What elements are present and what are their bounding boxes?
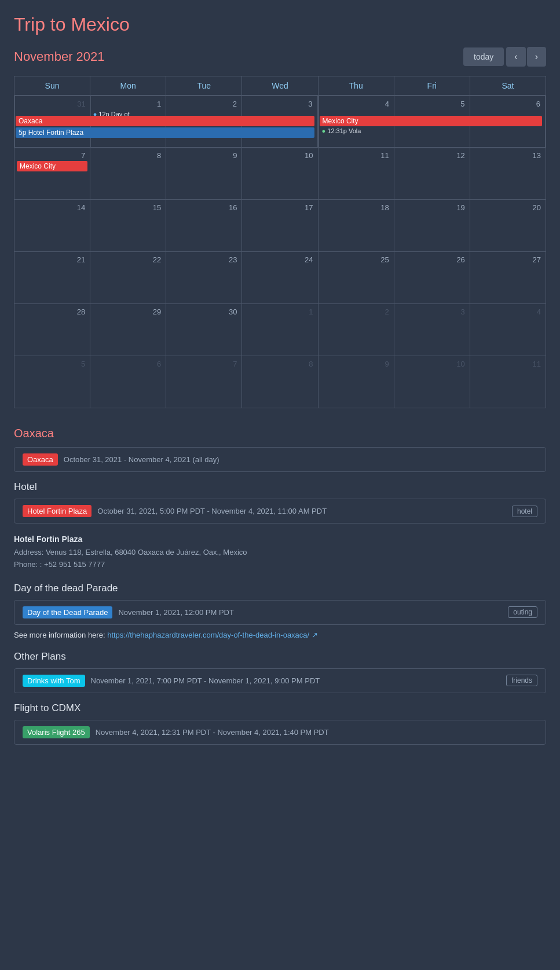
next-month-button[interactable]: › bbox=[527, 47, 546, 67]
calendar-week-5: 28 29 30 1 2 3 4 bbox=[14, 304, 546, 356]
calendar-day-oct31[interactable]: 31 1 ● 12p Day of ● 7p Drinks w 2 bbox=[14, 96, 319, 148]
drinks-event-time: November 1, 2021, 7:00 PM PDT - November… bbox=[91, 676, 506, 685]
hotel-detail: Hotel Fortin Plaza Address: Venus 118, E… bbox=[14, 528, 546, 573]
calendar-day-21[interactable]: 21 bbox=[14, 252, 90, 304]
day-num: 12 bbox=[397, 150, 467, 161]
day-num: 3 bbox=[397, 306, 467, 317]
calendar-day-dec3[interactable]: 3 bbox=[394, 304, 470, 356]
parade-info-link[interactable]: https://thehaphazardtraveler.com/day-of-… bbox=[107, 631, 318, 639]
day-num: 18 bbox=[321, 202, 391, 213]
calendar-day-dec11[interactable]: 11 bbox=[470, 356, 546, 408]
day-num: 4 bbox=[473, 306, 543, 317]
dow-sat: Sat bbox=[470, 76, 546, 96]
day-num: 21 bbox=[17, 254, 87, 265]
day-num: 2 bbox=[321, 306, 391, 317]
calendar-day-24[interactable]: 24 bbox=[242, 252, 318, 304]
day-num: 28 bbox=[17, 306, 87, 317]
calendar-day-8[interactable]: 8 bbox=[90, 148, 166, 200]
flight-event-row[interactable]: Volaris Flight 265 November 4, 2021, 12:… bbox=[14, 720, 546, 745]
prev-month-button[interactable]: ‹ bbox=[506, 47, 525, 67]
dow-sun: Sun bbox=[14, 76, 90, 96]
day-num: 23 bbox=[169, 254, 239, 265]
calendar-day-29[interactable]: 29 bbox=[90, 304, 166, 356]
calendar-day-30[interactable]: 30 bbox=[166, 304, 242, 356]
calendar-day-27[interactable]: 27 bbox=[470, 252, 546, 304]
parade-event-row[interactable]: Day of the Dead Parade November 1, 2021,… bbox=[14, 600, 546, 625]
day-num: 17 bbox=[244, 202, 315, 213]
day-num: 5 bbox=[17, 358, 87, 369]
calendar-header: November 2021 today ‹ › bbox=[14, 47, 546, 67]
day-num: 20 bbox=[473, 202, 543, 213]
flight-event-label: Volaris Flight 265 bbox=[23, 726, 90, 738]
calendar-day-23[interactable]: 23 bbox=[166, 252, 242, 304]
oaxaca-section-title: Oaxaca bbox=[14, 427, 546, 440]
calendar-day-26[interactable]: 26 bbox=[394, 252, 470, 304]
day-num: 6 bbox=[93, 358, 163, 369]
dow-mon: Mon bbox=[90, 76, 166, 96]
calendar-day-dec5[interactable]: 5 bbox=[14, 356, 90, 408]
mexico-city-event-bar-2: Mexico City bbox=[17, 161, 87, 171]
event-dot: ● 12p Day of bbox=[93, 111, 164, 118]
day-num: 19 bbox=[397, 202, 467, 213]
calendar-day-14[interactable]: 14 bbox=[14, 200, 90, 252]
day-num: 22 bbox=[93, 254, 163, 265]
dow-tue: Tue bbox=[166, 76, 242, 96]
calendar-day-25[interactable]: 25 bbox=[318, 252, 394, 304]
parade-info: See more information here: https://theha… bbox=[14, 629, 546, 642]
day-num: 24 bbox=[244, 254, 315, 265]
day-num: 16 bbox=[169, 202, 239, 213]
calendar-day-15[interactable]: 15 bbox=[90, 200, 166, 252]
day-num: 9 bbox=[169, 150, 239, 161]
oaxaca-event-row[interactable]: Oaxaca October 31, 2021 - November 4, 20… bbox=[14, 447, 546, 472]
page-title: Trip to Mexico bbox=[14, 14, 546, 35]
day-num: 30 bbox=[169, 306, 239, 317]
calendar-day-9[interactable]: 9 bbox=[166, 148, 242, 200]
day-num: 7 bbox=[169, 358, 239, 369]
calendar-day-20[interactable]: 20 bbox=[470, 200, 546, 252]
day-num: 10 bbox=[397, 358, 467, 369]
day-num: 9 bbox=[321, 358, 391, 369]
day-num: 13 bbox=[473, 150, 543, 161]
calendar-day-nov4[interactable]: 4 5 6 Mexico City ● 12:31p Vola bbox=[318, 96, 546, 148]
parade-event-tag: outing bbox=[508, 606, 537, 618]
calendar-day-28[interactable]: 28 bbox=[14, 304, 90, 356]
calendar-day-7[interactable]: 7 Mexico City bbox=[14, 148, 90, 200]
calendar-day-12[interactable]: 12 bbox=[394, 148, 470, 200]
hotel-section-title: Hotel bbox=[14, 481, 546, 493]
month-label: November 2021 bbox=[14, 49, 463, 64]
calendar-day-dec6[interactable]: 6 bbox=[90, 356, 166, 408]
calendar-day-dec2[interactable]: 2 bbox=[318, 304, 394, 356]
day-num: 11 bbox=[321, 150, 391, 161]
calendar-day-10[interactable]: 10 bbox=[242, 148, 318, 200]
drinks-event-row[interactable]: Drinks with Tom November 1, 2021, 7:00 P… bbox=[14, 668, 546, 693]
calendar-day-17[interactable]: 17 bbox=[242, 200, 318, 252]
hotel-event-label: Hotel Fortin Plaza bbox=[23, 505, 91, 517]
day-num: 4 bbox=[321, 98, 391, 109]
day-num: 31 bbox=[17, 98, 88, 109]
calendar-day-dec9[interactable]: 9 bbox=[318, 356, 394, 408]
calendar-day-19[interactable]: 19 bbox=[394, 200, 470, 252]
calendar-day-dec1[interactable]: 1 bbox=[242, 304, 318, 356]
dow-thu: Thu bbox=[318, 76, 394, 96]
calendar-day-dec7[interactable]: 7 bbox=[166, 356, 242, 408]
flight-event-time: November 4, 2021, 12:31 PM PDT - Novembe… bbox=[96, 728, 537, 737]
day-num: 2 bbox=[169, 98, 239, 109]
day-num: 5 bbox=[397, 98, 467, 109]
calendar-day-dec4[interactable]: 4 bbox=[470, 304, 546, 356]
calendar-week-6: 5 6 7 8 9 10 11 bbox=[14, 356, 546, 408]
event-dot: ● 7p Drinks w bbox=[93, 119, 164, 126]
today-button[interactable]: today bbox=[463, 47, 504, 66]
parade-event-label: Day of the Dead Parade bbox=[23, 606, 112, 618]
calendar-day-dec10[interactable]: 10 bbox=[394, 356, 470, 408]
calendar-week-3: 14 15 16 17 18 19 20 bbox=[14, 200, 546, 252]
calendar-day-16[interactable]: 16 bbox=[166, 200, 242, 252]
flight-section-title: Flight to CDMX bbox=[14, 702, 546, 714]
calendar-day-11[interactable]: 11 bbox=[318, 148, 394, 200]
calendar-day-13[interactable]: 13 bbox=[470, 148, 546, 200]
other-plans-title: Other Plans bbox=[14, 651, 546, 662]
calendar-day-18[interactable]: 18 bbox=[318, 200, 394, 252]
hotel-event-row[interactable]: Hotel Fortin Plaza October 31, 2021, 5:0… bbox=[14, 499, 546, 524]
calendar-day-dec8[interactable]: 8 bbox=[242, 356, 318, 408]
calendar-day-22[interactable]: 22 bbox=[90, 252, 166, 304]
day-num: 27 bbox=[473, 254, 543, 265]
